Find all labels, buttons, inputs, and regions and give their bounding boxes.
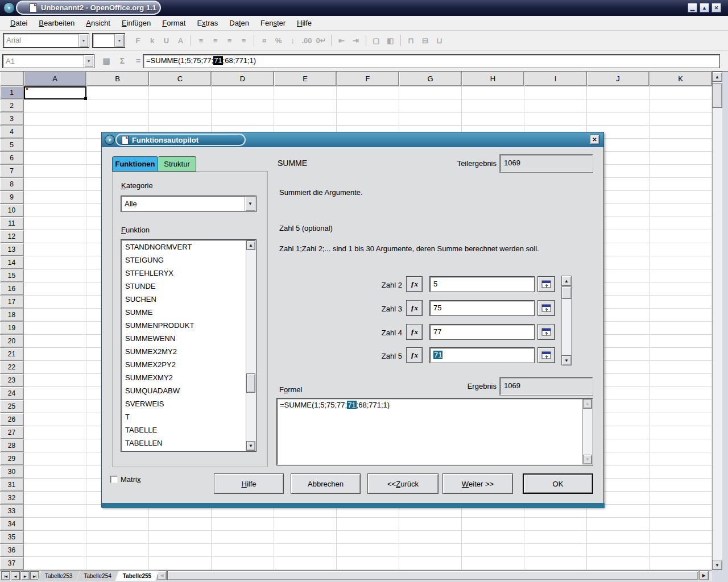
column-header-b[interactable]: B — [86, 72, 149, 86]
dialog-titlebar[interactable]: ▼ Funktionsautopilot ✕ — [102, 132, 603, 147]
window-menu-button[interactable]: ▼ — [3, 2, 15, 14]
horizontal-scrollbar-thumb[interactable] — [167, 571, 698, 580]
align-center-icon[interactable]: ≡ — [208, 34, 222, 47]
select-all-corner[interactable] — [0, 72, 24, 86]
formula-textarea-scrollbar[interactable]: ▲ ▼ — [582, 399, 592, 464]
shrink-button[interactable] — [537, 276, 555, 292]
percent-format-icon[interactable]: % — [271, 34, 286, 47]
function-list-item[interactable]: SUMMEX2PY2 — [122, 359, 246, 372]
column-header-e[interactable]: E — [274, 72, 337, 86]
last-sheet-button[interactable]: ▶| — [30, 571, 39, 580]
row-header-11[interactable]: 11 — [0, 217, 24, 230]
row-header-29[interactable]: 29 — [0, 452, 24, 465]
scroll-down-button[interactable]: ▼ — [712, 560, 722, 570]
underline-icon[interactable]: U — [159, 34, 173, 47]
row-header-31[interactable]: 31 — [0, 479, 24, 492]
row-header-24[interactable]: 24 — [0, 387, 24, 400]
back-button[interactable]: << Zurück — [367, 473, 439, 494]
row-header-9[interactable]: 9 — [0, 191, 24, 204]
row-header-36[interactable]: 36 — [0, 544, 24, 557]
row-header-3[interactable]: 3 — [0, 113, 24, 126]
font-color-icon[interactable]: A — [173, 34, 188, 47]
row-header-16[interactable]: 16 — [0, 282, 24, 296]
row-header-5[interactable]: 5 — [0, 139, 24, 152]
decrease-indent-icon[interactable]: ⇤ — [334, 34, 349, 47]
close-button[interactable]: ✕ — [712, 3, 721, 13]
sum-icon[interactable]: Σ — [116, 55, 129, 67]
shrink-button[interactable] — [537, 300, 555, 316]
sheet-tab-tabelle254[interactable]: Tabelle254 — [76, 571, 118, 581]
row-header-4[interactable]: 4 — [0, 126, 24, 139]
dialog-menu-button[interactable]: ▼ — [105, 135, 115, 145]
argument-input[interactable]: 75 — [430, 301, 534, 315]
function-list-item[interactable]: TABELLEN — [122, 437, 246, 450]
row-header-27[interactable]: 27 — [0, 426, 24, 439]
row-header-8[interactable]: 8 — [0, 178, 24, 191]
row-header-25[interactable]: 25 — [0, 400, 24, 413]
minimize-button[interactable]: ▁ — [688, 3, 697, 13]
row-header-37[interactable]: 37 — [0, 557, 24, 570]
menu-hilfe[interactable]: Hilfe — [291, 16, 317, 30]
tab-struktur[interactable]: Struktur — [158, 156, 196, 172]
row-header-30[interactable]: 30 — [0, 465, 24, 479]
row-header-13[interactable]: 13 — [0, 243, 24, 256]
row-header-32[interactable]: 32 — [0, 492, 24, 505]
dialog-close-button[interactable]: ✕ — [590, 135, 599, 144]
function-list-item[interactable]: STFEHLERYX — [122, 267, 246, 280]
chevron-down-icon[interactable]: ▼ — [114, 34, 124, 47]
row-header-20[interactable]: 20 — [0, 335, 24, 348]
formula-textarea[interactable]: =SUMME(1;5;75;77;71;68;771;1) ▲ ▼ — [277, 398, 593, 465]
row-header-19[interactable]: 19 — [0, 322, 24, 335]
function-list-item[interactable]: SUMQUADABW — [122, 385, 246, 398]
argument-scrollbar[interactable]: ▲ ▼ — [561, 276, 572, 365]
first-sheet-button[interactable]: |◀ — [1, 571, 10, 580]
sheet-tab-tabelle255[interactable]: Tabelle255 — [115, 571, 159, 581]
remove-decimal-icon[interactable]: 0↵ — [314, 34, 328, 47]
align-justify-icon[interactable]: ≡ — [237, 34, 251, 47]
row-header-15[interactable]: 15 — [0, 269, 24, 282]
tab-funktionen[interactable]: Funktionen — [112, 156, 158, 172]
row-header-17[interactable]: 17 — [0, 296, 24, 309]
standard-format-icon[interactable]: ↕ — [286, 34, 300, 47]
function-list-item[interactable]: SUCHEN — [122, 293, 246, 306]
argument-scrollbar-thumb[interactable] — [561, 286, 572, 299]
frame-line-middle-icon[interactable]: ⊟ — [418, 34, 432, 47]
menu-fenster[interactable]: Fenster — [255, 16, 291, 30]
function-list-item[interactable]: SUMMEXMY2 — [122, 372, 246, 385]
column-header-k[interactable]: K — [650, 72, 712, 86]
row-header-21[interactable]: 21 — [0, 348, 24, 361]
italic-icon[interactable]: k — [145, 34, 159, 47]
column-header-g[interactable]: G — [399, 72, 462, 86]
row-header-1[interactable]: 1 — [0, 86, 24, 99]
increase-indent-icon[interactable]: ⇥ — [349, 34, 363, 47]
menu-ansicht[interactable]: Ansicht — [80, 16, 116, 30]
chevron-down-icon[interactable]: ▼ — [245, 197, 255, 211]
currency-format-icon[interactable]: ¤ — [257, 34, 271, 47]
function-autopilot-icon[interactable]: ▦ — [100, 55, 113, 67]
function-list-item[interactable]: STANDNORMVERT — [122, 241, 246, 254]
argument-input[interactable]: 5 — [430, 277, 534, 292]
row-header-22[interactable]: 22 — [0, 361, 24, 374]
row-header-18[interactable]: 18 — [0, 309, 24, 322]
vertical-scrollbar-thumb[interactable] — [712, 83, 722, 108]
function-list-item[interactable]: SUMMENPRODUKT — [122, 319, 246, 332]
function-list-item[interactable]: STUNDE — [122, 280, 246, 293]
column-header-a[interactable]: A — [24, 72, 86, 86]
scroll-right-button[interactable]: ▶ — [699, 571, 709, 580]
menu-datei[interactable]: Datei — [5, 16, 33, 30]
menu-extras[interactable]: Extras — [191, 16, 224, 30]
scroll-up-button[interactable]: ▲ — [561, 276, 572, 286]
scroll-up-button[interactable]: ▲ — [246, 240, 255, 250]
next-button[interactable]: Weiter >> — [442, 473, 513, 494]
row-header-7[interactable]: 7 — [0, 165, 24, 178]
font-size-combo[interactable]: ▼ — [93, 34, 125, 47]
row-header-6[interactable]: 6 — [0, 152, 24, 165]
row-header-26[interactable]: 26 — [0, 413, 24, 426]
column-header-f[interactable]: F — [337, 72, 399, 86]
scroll-up-button[interactable]: ▲ — [583, 399, 592, 409]
chevron-down-icon[interactable]: ▼ — [84, 55, 93, 67]
function-list-item[interactable]: SUMMEWENN — [122, 332, 246, 346]
font-name-combo[interactable]: Arial ▼ — [3, 34, 89, 47]
cell-reference-box[interactable]: A1 ▼ — [3, 55, 94, 68]
menu-einfügen[interactable]: Einfügen — [116, 16, 156, 30]
